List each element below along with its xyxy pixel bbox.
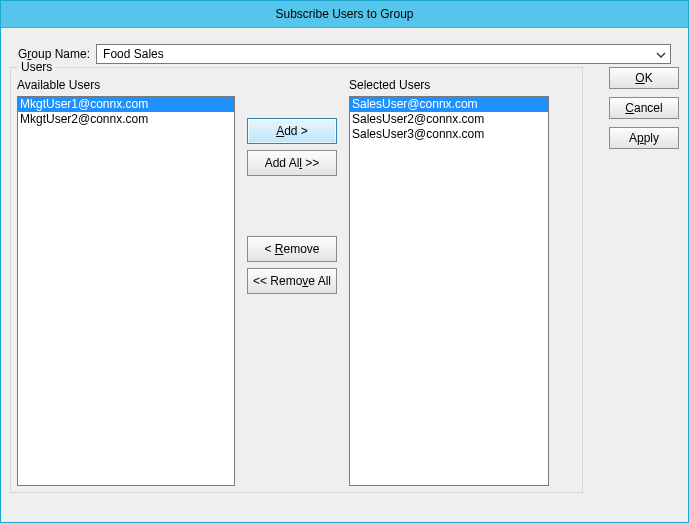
- group-name-row: Group Name: Food Sales: [18, 43, 671, 65]
- transfer-buttons-column: Add > Add All >> < Remove << Remove All: [241, 78, 343, 486]
- list-item[interactable]: MkgtUser2@connx.com: [18, 112, 234, 127]
- window-title: Subscribe Users to Group: [275, 7, 413, 21]
- list-item[interactable]: SalesUser3@connx.com: [350, 127, 548, 142]
- apply-button[interactable]: Apply: [609, 127, 679, 149]
- remove-all-button[interactable]: << Remove All: [247, 268, 337, 294]
- group-name-value: Food Sales: [103, 47, 164, 61]
- users-fieldset: Users Available Users MkgtUser1@connx.co…: [10, 67, 583, 493]
- titlebar: Subscribe Users to Group: [1, 1, 688, 28]
- selected-column: Selected Users SalesUser@connx.comSalesU…: [349, 78, 549, 486]
- cancel-button[interactable]: Cancel: [609, 97, 679, 119]
- fieldset-columns: Available Users MkgtUser1@connx.comMkgtU…: [17, 78, 576, 486]
- add-all-button[interactable]: Add All >>: [247, 150, 337, 176]
- dialog-window: Subscribe Users to Group Group Name: Foo…: [0, 0, 689, 523]
- selected-users-list[interactable]: SalesUser@connx.comSalesUser2@connx.comS…: [349, 96, 549, 486]
- client-area: Group Name: Food Sales Users Available U…: [10, 31, 679, 513]
- group-name-label: Group Name:: [18, 47, 90, 61]
- add-button[interactable]: Add >: [247, 118, 337, 144]
- list-item[interactable]: MkgtUser1@connx.com: [18, 97, 234, 112]
- available-users-list[interactable]: MkgtUser1@connx.comMkgtUser2@connx.com: [17, 96, 235, 486]
- action-panel: OK Cancel Apply: [609, 67, 679, 149]
- group-name-select[interactable]: Food Sales: [96, 44, 671, 64]
- list-item[interactable]: SalesUser2@connx.com: [350, 112, 548, 127]
- list-item[interactable]: SalesUser@connx.com: [350, 97, 548, 112]
- ok-button[interactable]: OK: [609, 67, 679, 89]
- selected-label: Selected Users: [349, 78, 549, 94]
- remove-button[interactable]: < Remove: [247, 236, 337, 262]
- users-legend: Users: [17, 60, 56, 74]
- chevron-down-icon: [656, 49, 666, 59]
- available-column: Available Users MkgtUser1@connx.comMkgtU…: [17, 78, 235, 486]
- available-label: Available Users: [17, 78, 235, 94]
